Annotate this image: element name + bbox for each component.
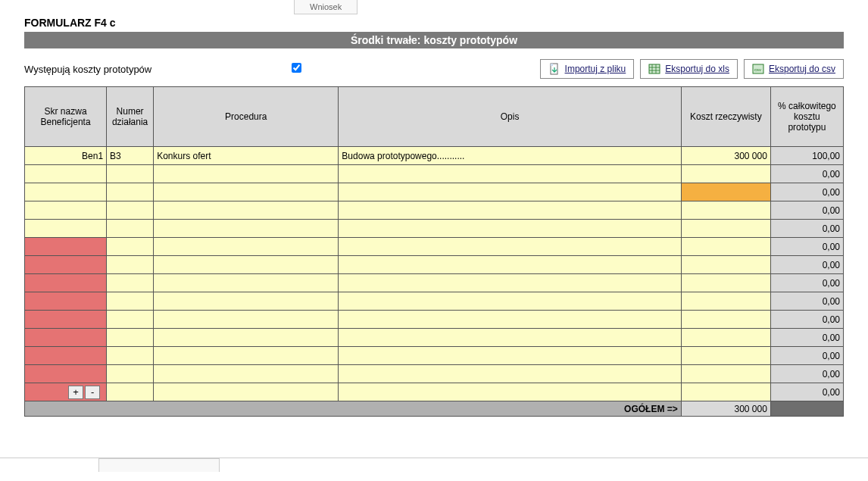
- export-csv-button[interactable]: csv Eksportuj do csv: [744, 59, 844, 79]
- table-row: 0,00: [25, 165, 844, 183]
- table-row: 0,00: [25, 183, 844, 201]
- export-csv-label: Eksportuj do csv: [769, 64, 835, 74]
- xls-export-icon: [648, 63, 660, 75]
- remove-row-button[interactable]: -: [85, 386, 100, 399]
- cell-numer[interactable]: [107, 329, 154, 347]
- cell-koszt[interactable]: [681, 238, 770, 256]
- cell-koszt[interactable]: [681, 329, 770, 347]
- cell-opis[interactable]: [339, 292, 681, 311]
- cell-opis[interactable]: [339, 329, 681, 347]
- cell-procedura[interactable]: [154, 383, 339, 401]
- cell-skr[interactable]: Ben1: [25, 147, 107, 165]
- cell-opis[interactable]: [339, 274, 681, 292]
- import-from-file-button[interactable]: Importuj z pliku: [540, 59, 635, 79]
- cell-procedura[interactable]: Konkurs ofert: [154, 147, 339, 165]
- cell-procedura[interactable]: [154, 183, 339, 201]
- cell-procedura[interactable]: [154, 365, 339, 383]
- cell-opis[interactable]: [339, 383, 681, 401]
- cell-opis[interactable]: [339, 201, 681, 220]
- cell-numer[interactable]: [107, 256, 154, 274]
- cell-opis[interactable]: Budowa prototypowego...........: [339, 147, 681, 165]
- cell-numer[interactable]: [107, 201, 154, 220]
- table-row: Ben1B3Konkurs ofertBudowa prototypowego.…: [25, 147, 844, 165]
- cell-koszt[interactable]: [681, 347, 770, 365]
- col-header-opis: Opis: [339, 87, 681, 147]
- cell-numer[interactable]: B3: [107, 147, 154, 165]
- col-header-pct: % całkowitego kosztu prototypu: [770, 87, 843, 147]
- cell-numer[interactable]: [107, 183, 154, 201]
- cell-koszt[interactable]: [681, 256, 770, 274]
- table-row: 0,00: [25, 329, 844, 347]
- cell-pct: 0,00: [770, 292, 843, 311]
- cell-procedura[interactable]: [154, 347, 339, 365]
- cell-procedura[interactable]: [154, 220, 339, 238]
- cell-skr[interactable]: [25, 220, 107, 238]
- cell-numer[interactable]: [107, 238, 154, 256]
- cell-koszt[interactable]: [681, 165, 770, 183]
- cell-opis[interactable]: [339, 165, 681, 183]
- import-label: Importuj z pliku: [565, 64, 626, 74]
- table-row: 0,00: [25, 311, 844, 329]
- cell-procedura[interactable]: [154, 165, 339, 183]
- cell-koszt[interactable]: [681, 311, 770, 329]
- cell-numer[interactable]: [107, 220, 154, 238]
- cell-numer[interactable]: [107, 383, 154, 401]
- cell-skr[interactable]: [25, 201, 107, 220]
- col-header-skr: Skr nazwa Beneficjenta: [25, 87, 107, 147]
- cell-koszt[interactable]: [681, 274, 770, 292]
- cell-procedura[interactable]: [154, 311, 339, 329]
- cell-numer[interactable]: [107, 347, 154, 365]
- cell-pct: 0,00: [770, 383, 843, 401]
- cell-opis[interactable]: [339, 311, 681, 329]
- cell-procedura[interactable]: [154, 292, 339, 311]
- add-row-button[interactable]: +: [68, 386, 83, 399]
- svg-text:csv: csv: [754, 67, 761, 72]
- cell-procedura[interactable]: [154, 238, 339, 256]
- cell-procedura[interactable]: [154, 329, 339, 347]
- cell-skr[interactable]: [25, 238, 107, 256]
- total-pct: [770, 401, 843, 417]
- cell-koszt[interactable]: [681, 201, 770, 220]
- cell-koszt[interactable]: [681, 183, 770, 201]
- cell-skr[interactable]: [25, 347, 107, 365]
- cell-opis[interactable]: [339, 220, 681, 238]
- export-xls-label: Eksportuj do xls: [665, 64, 729, 74]
- cell-numer[interactable]: [107, 365, 154, 383]
- cell-opis[interactable]: [339, 365, 681, 383]
- cell-procedura[interactable]: [154, 256, 339, 274]
- cell-koszt[interactable]: [681, 220, 770, 238]
- total-label: OGÓŁEM =>: [25, 401, 682, 417]
- total-koszt: 300 000: [681, 401, 770, 417]
- cell-koszt[interactable]: [681, 383, 770, 401]
- cell-opis[interactable]: [339, 238, 681, 256]
- section-banner: Środki trwałe: koszty prototypów: [24, 32, 844, 48]
- prototype-costs-checkbox[interactable]: [292, 63, 301, 73]
- cell-skr[interactable]: +-: [25, 383, 107, 401]
- bottom-tab-stub[interactable]: [98, 458, 220, 472]
- cell-skr[interactable]: [25, 165, 107, 183]
- cell-opis[interactable]: [339, 183, 681, 201]
- table-row: 0,00: [25, 347, 844, 365]
- cell-koszt[interactable]: 300 000: [681, 147, 770, 165]
- cell-skr[interactable]: [25, 365, 107, 383]
- cell-numer[interactable]: [107, 292, 154, 311]
- cell-procedura[interactable]: [154, 274, 339, 292]
- table-row: 0,00: [25, 365, 844, 383]
- cell-numer[interactable]: [107, 274, 154, 292]
- cell-opis[interactable]: [339, 256, 681, 274]
- cell-procedura[interactable]: [154, 201, 339, 220]
- cell-opis[interactable]: [339, 347, 681, 365]
- cell-skr[interactable]: [25, 311, 107, 329]
- cell-skr[interactable]: [25, 256, 107, 274]
- tab-wniosek[interactable]: Wniosek: [294, 0, 358, 14]
- cell-skr[interactable]: [25, 183, 107, 201]
- cell-numer[interactable]: [107, 311, 154, 329]
- cell-numer[interactable]: [107, 165, 154, 183]
- cell-koszt[interactable]: [681, 292, 770, 311]
- export-xls-button[interactable]: Eksportuj do xls: [640, 59, 738, 79]
- table-header-row: Skr nazwa Beneficjenta Numer działania P…: [25, 87, 844, 147]
- cell-skr[interactable]: [25, 329, 107, 347]
- cell-koszt[interactable]: [681, 365, 770, 383]
- cell-skr[interactable]: [25, 274, 107, 292]
- cell-skr[interactable]: [25, 292, 107, 311]
